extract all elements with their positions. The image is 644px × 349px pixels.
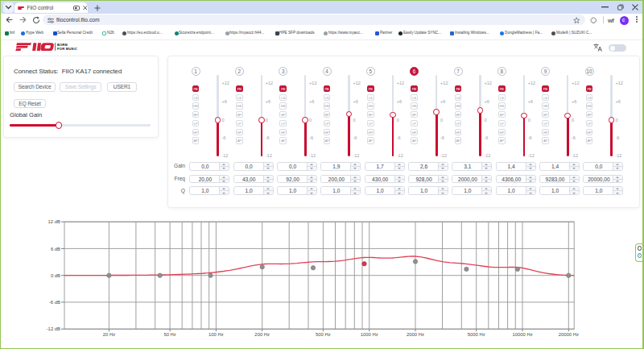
svg-text:6 dB: 6 dB [51,247,60,251]
svg-text:200 Hz: 200 Hz [254,332,270,337]
svg-text:12 dB: 12 dB [48,219,60,224]
svg-text:20000 Hz: 20000 Hz [559,332,579,337]
svg-text:20 Hz: 20 Hz [103,332,115,337]
svg-text:5000 Hz: 5000 Hz [468,332,485,337]
svg-text:50 Hz: 50 Hz [163,332,175,337]
svg-text:500 Hz: 500 Hz [316,332,331,337]
svg-text:2000 Hz: 2000 Hz [407,332,424,337]
svg-text:-12 dB: -12 dB [47,326,60,331]
svg-text:1000 Hz: 1000 Hz [361,332,378,337]
svg-text:0 dB: 0 dB [51,273,60,278]
svg-text:10000 Hz: 10000 Hz [512,332,532,337]
svg-text:100 Hz: 100 Hz [208,332,224,337]
svg-text:-6 dB: -6 dB [49,300,60,305]
